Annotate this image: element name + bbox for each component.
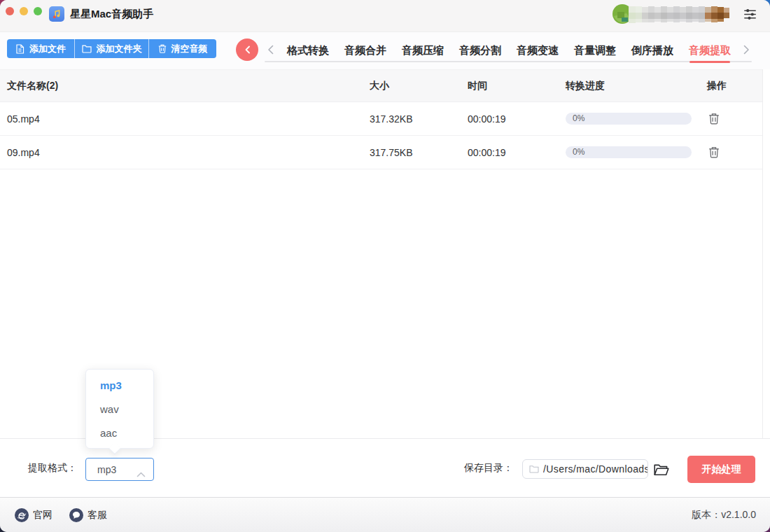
table-row: 05.mp4 317.32KB 00:00:19 0%	[0, 102, 762, 136]
browse-folder-button[interactable]	[654, 463, 669, 479]
format-select-value: mp3	[97, 464, 116, 475]
format-option-aac[interactable]: aac	[86, 421, 153, 445]
tabs-scroll-left-button[interactable]	[267, 45, 274, 57]
format-dropdown-popup: mp3 wav aac	[85, 369, 154, 449]
website-e-icon	[15, 508, 29, 522]
zoom-window-button[interactable]	[34, 7, 42, 15]
progress-bar: 0%	[566, 113, 692, 125]
file-size: 317.32KB	[370, 113, 468, 125]
app-icon	[49, 6, 64, 22]
titlebar: 星星Mac音频助手	[0, 0, 770, 32]
delete-file-button[interactable]	[707, 146, 721, 160]
tab-audio-compress[interactable]: 音频压缩	[394, 32, 451, 69]
clear-audio-button[interactable]: 清空音频	[149, 39, 216, 58]
file-name: 05.mp4	[0, 113, 370, 125]
add-folder-button[interactable]: 添加文件夹	[74, 39, 149, 58]
tab-audio-split[interactable]: 音频分割	[451, 32, 509, 69]
format-select[interactable]: mp3	[85, 458, 154, 481]
col-progress: 转换进度	[566, 80, 707, 92]
music-note-icon	[52, 9, 62, 19]
format-option-mp3[interactable]: mp3	[86, 374, 153, 398]
col-size: 大小	[370, 80, 468, 92]
chevron-up-icon	[136, 468, 146, 480]
website-label: 官网	[33, 509, 52, 522]
version-text: 版本：v2.1.0.0	[692, 498, 756, 532]
user-account-area[interactable]	[612, 4, 731, 24]
file-size: 317.75KB	[370, 147, 468, 158]
tab-format-convert[interactable]: 格式转换	[279, 32, 337, 69]
toolbar-band: 添加文件 添加文件夹 清空音频 格式转换	[0, 32, 770, 69]
app-title: 星星Mac音频助手	[70, 0, 153, 28]
save-dir-input[interactable]: /Users/mac/Downloads	[522, 459, 648, 479]
delete-file-button[interactable]	[707, 112, 721, 126]
active-tab-underline	[690, 61, 730, 63]
tabs-scroll-right-button[interactable]	[743, 45, 750, 57]
col-time: 时间	[468, 80, 566, 92]
save-dir-label: 保存目录：	[464, 462, 513, 475]
folder-icon	[82, 44, 92, 53]
customer-service-label: 客服	[88, 509, 107, 522]
footer: 官网 客服 版本：v2.1.0.0	[0, 497, 770, 532]
file-name: 09.mp4	[0, 147, 370, 158]
minimize-window-button[interactable]	[20, 7, 28, 15]
close-window-button[interactable]	[6, 7, 14, 15]
official-website-link[interactable]: 官网	[15, 498, 52, 532]
file-icon	[15, 44, 24, 54]
table-header: 文件名称(2) 大小 时间 转换进度 操作	[0, 69, 762, 102]
format-label: 提取格式：	[28, 462, 77, 475]
collapse-toolbar-button[interactable]	[236, 38, 258, 61]
start-processing-button[interactable]: 开始处理	[687, 456, 755, 483]
clear-audio-label: 清空音频	[172, 43, 208, 55]
tab-audio-extract-active[interactable]: 音频提取	[681, 32, 738, 69]
tab-audio-merge[interactable]: 音频合并	[337, 32, 394, 69]
add-file-label: 添加文件	[29, 43, 66, 55]
add-folder-label: 添加文件夹	[97, 43, 142, 55]
table-row: 09.mp4 317.75KB 00:00:19 0%	[0, 136, 762, 169]
file-time: 00:00:19	[468, 147, 566, 158]
progress-bar: 0%	[566, 146, 692, 158]
feature-tabs: 格式转换 音频合并 音频压缩 音频分割 音频变速 音量调整 倒序播放 音频提取	[279, 32, 738, 69]
trash-icon	[158, 44, 167, 53]
file-actions-group: 添加文件 添加文件夹 清空音频	[7, 39, 216, 58]
app-window: 星星Mac音频助手	[0, 0, 770, 532]
folder-open-icon	[654, 463, 669, 476]
trash-icon	[708, 146, 720, 158]
tab-reverse-play[interactable]: 倒序播放	[624, 32, 681, 69]
customer-service-link[interactable]: 客服	[69, 498, 107, 532]
folder-mini-icon	[529, 465, 539, 473]
col-action: 操作	[707, 80, 762, 92]
file-time: 00:00:19	[468, 113, 566, 125]
save-dir-path: /Users/mac/Downloads	[543, 463, 648, 475]
col-name: 文件名称(2)	[0, 80, 370, 92]
tab-audio-speed[interactable]: 音频变速	[509, 32, 566, 69]
format-option-wav[interactable]: wav	[86, 398, 153, 421]
add-file-button[interactable]: 添加文件	[7, 39, 74, 58]
chevron-left-icon	[244, 46, 251, 54]
chat-bubble-icon	[69, 508, 83, 522]
censored-user-avatar	[612, 4, 731, 24]
tab-volume-adjust[interactable]: 音量调整	[566, 32, 624, 69]
trash-icon	[708, 113, 720, 125]
traffic-lights	[6, 7, 42, 15]
settings-sliders-icon[interactable]	[744, 9, 756, 22]
table-right-border	[762, 69, 763, 438]
